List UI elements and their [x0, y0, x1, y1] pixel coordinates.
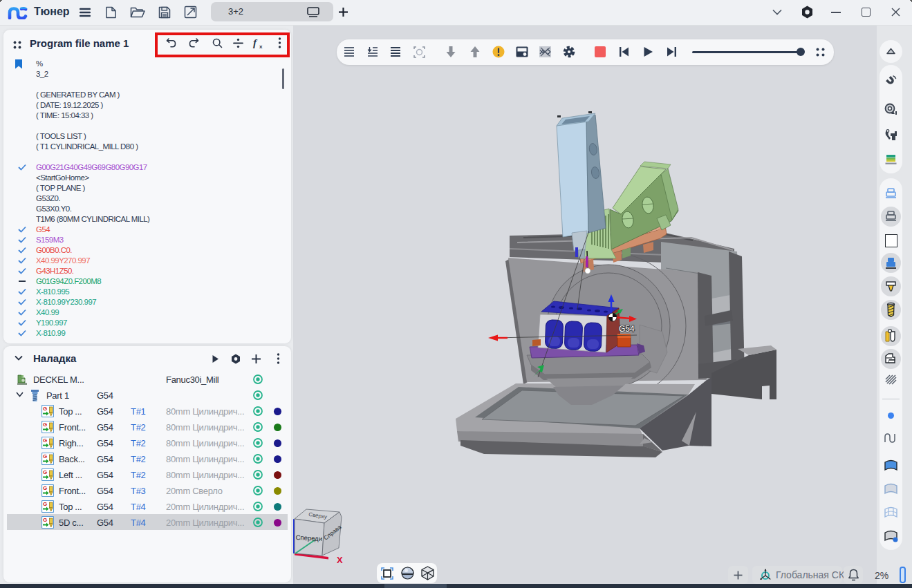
svg-text:G54: G54 — [619, 324, 635, 334]
svg-text:x: x — [259, 44, 263, 50]
svg-text:X: X — [337, 555, 343, 565]
svg-text:Спереди: Спереди — [295, 533, 322, 542]
svg-text:f: f — [253, 37, 258, 48]
